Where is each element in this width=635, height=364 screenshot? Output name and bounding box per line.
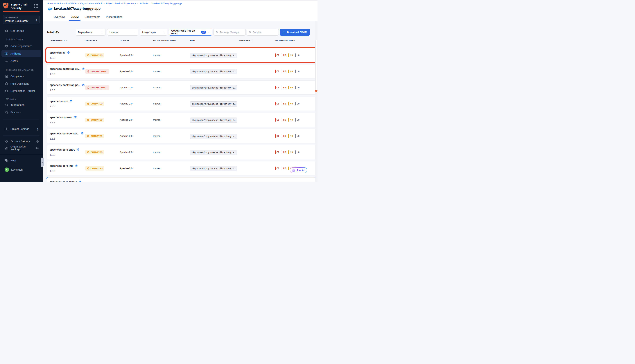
oss-risk-badge: OUTDATED <box>85 134 104 138</box>
tab-overview[interactable]: Overview <box>53 13 66 21</box>
repository-icon <box>5 44 8 48</box>
vuln-count: C0 <box>277 167 280 170</box>
supplier-search-input[interactable] <box>253 31 277 34</box>
vuln-count: L0 <box>297 134 300 137</box>
apps-grid-icon[interactable] <box>34 4 38 8</box>
purl-pill[interactable]: pkg:maven/org.apache.directory.s… <box>190 134 237 139</box>
breadcrumb-artifact-name[interactable]: lavakush07/easy-buggy-app <box>152 2 182 5</box>
no-maintenance-icon <box>87 86 90 89</box>
medium-count: M0 <box>288 86 293 89</box>
package-icon <box>5 16 7 19</box>
vuln-count: L0 <box>297 102 300 105</box>
breadcrumb-project[interactable]: Project: Product Exploratory <box>106 2 136 5</box>
purl-pill[interactable]: pkg:maven/org.apache.directory.s… <box>190 118 237 123</box>
sidebar-item-account-settings[interactable]: Account Settings <box>2 138 41 144</box>
vuln-count: C0 <box>277 151 280 154</box>
ask-ai-label: Ask AI <box>297 169 304 172</box>
dependency-cell: apacheds-core-consta... 1.5.5 <box>50 132 85 140</box>
vuln-count: C0 <box>277 134 280 137</box>
section-label-risk-and-compliance: RISK AND COMPLIANCE <box>6 69 34 71</box>
vuln-count: L0 <box>297 54 300 56</box>
sidebar-item-artifacts[interactable]: Artifacts <box>2 50 41 57</box>
download-icon <box>283 31 286 34</box>
dependency-version: 1.5.5 <box>50 89 85 92</box>
sidebar-item-code-repositories[interactable]: Code Repositories <box>2 43 41 49</box>
table-row[interactable]: apacheds-bootstrap-pa... 1.5.5 UNMAINTAI… <box>46 80 316 94</box>
package-manager-search-input[interactable] <box>220 31 244 34</box>
table-row[interactable]: apacheds-core-shared 1.5.5 OUTDATED Apac… <box>46 178 316 182</box>
sidebar-item-remediation-tracker[interactable]: Remediation Tracker <box>2 88 41 94</box>
table-row[interactable]: apacheds-bootstrap-ex... 1.5.5 UNMAINTAI… <box>46 64 316 78</box>
dependency-version: 1.5.5 <box>50 105 85 108</box>
purl-pill[interactable]: pkg:maven/org.apache.directory.s… <box>190 102 237 106</box>
package-manager-cell: maven <box>153 167 190 170</box>
sidebar-item-compliance[interactable]: Compliance <box>2 73 41 79</box>
owasp-risks-filter-select[interactable]: OWASP OSS Top 10 Risks 02 <box>169 29 212 36</box>
sidebar-item-organization-settings[interactable]: Organization Settings <box>2 145 41 151</box>
sidebar-item-get-started[interactable]: Get Started <box>2 28 41 34</box>
info-icon <box>36 140 39 143</box>
table-row[interactable]: apacheds-core-consta... 1.5.5 OUTDATED A… <box>46 129 316 143</box>
sidebar-collapse-handle[interactable] <box>41 158 44 167</box>
breadcrumb-account[interactable]: Account: Automation-SSCA <box>48 2 77 5</box>
license-cell: Apache-2.0 <box>120 167 153 170</box>
gear-icon <box>5 127 8 131</box>
info-icon <box>36 147 39 150</box>
low-count: L0 <box>295 86 300 89</box>
table-row[interactable]: apacheds-core-jndi 1.5.5 OUTDATED Apache… <box>46 161 316 176</box>
dependency-name: apacheds-bootstrap-pa... <box>50 84 80 86</box>
purl-cell: pkg:maven/org.apache.directory.s… <box>190 134 239 138</box>
license-cell: Apache-2.0 <box>120 86 153 89</box>
sidebar-item-project-settings[interactable]: Project Settings ❯ <box>2 126 41 132</box>
sidebar-item-cicd[interactable]: CI/CD <box>2 58 41 64</box>
breadcrumb-organization[interactable]: Organization: default <box>80 2 102 5</box>
oss-risk-cell: UNMAINTAINED <box>85 86 120 90</box>
vuln-count: H0 <box>283 86 286 89</box>
sidebar-item-help[interactable]: ? Help <box>2 158 41 164</box>
license-filter-select[interactable]: License <box>107 29 138 36</box>
critical-count: C0 <box>275 134 280 138</box>
purl-pill[interactable]: pkg:maven/org.apache.directory.s… <box>190 85 237 90</box>
tab-sbom[interactable]: SBOM <box>70 13 79 21</box>
image-layer-filter-select[interactable]: Image Layer <box>140 29 167 36</box>
oss-risk-badge: UNMAINTAINED <box>85 69 109 74</box>
column-header-dependency[interactable]: DEPENDENCY <box>50 39 85 42</box>
sidebar-item-pipelines[interactable]: Pipelines <box>2 109 41 115</box>
topbar: Account: Automation-SSCA › Organization:… <box>43 0 318 13</box>
table-row[interactable]: apacheds-core-avl 1.5.5 OUTDATED Apache-… <box>46 113 316 127</box>
pipeline-icon <box>5 110 8 114</box>
project-selector[interactable]: PROJECT Product Exploratory ❯ <box>3 15 40 24</box>
tab-vulnerabilities[interactable]: Vulnerabilities <box>105 13 123 21</box>
table-row[interactable]: apacheds-core-entry 1.5.5 OUTDATED Apach… <box>46 145 316 159</box>
tab-deployments[interactable]: Deployments <box>84 13 101 21</box>
ask-ai-button[interactable]: Ask AI <box>290 167 307 173</box>
vuln-count: H0 <box>283 134 286 137</box>
purl-pill[interactable]: pkg:maven/org.apache.directory.s… <box>190 69 237 74</box>
download-sbom-button[interactable]: Download SBOM <box>280 29 310 36</box>
table-row[interactable]: apacheds-all 1.5.5 OUTDATED Apache-2.0 m… <box>46 48 316 62</box>
license-cell: Apache-2.0 <box>120 70 153 73</box>
chevron-right-icon: ❯ <box>37 128 39 130</box>
breadcrumb-separator: › <box>150 2 150 5</box>
sidebar-item-rule-definitions[interactable]: Rule Definitions <box>2 80 41 87</box>
purl-pill[interactable]: pkg:maven/org.apache.directory.s… <box>190 150 237 155</box>
sidebar-item-integrations[interactable]: Integrations <box>2 102 41 108</box>
high-count: H0 <box>282 54 286 57</box>
oss-risk-badge: OUTDATED <box>85 166 104 170</box>
low-count: L0 <box>295 54 300 57</box>
purl-pill[interactable]: pkg:maven/org.apache.directory.s… <box>190 166 237 171</box>
purl-pill[interactable]: pkg:maven/org.apache.directory.s… <box>190 53 237 58</box>
column-header-supplier[interactable]: SUPPLIER <box>239 39 275 42</box>
scrollbar-thumb[interactable] <box>315 40 317 93</box>
vulnerabilities-cell: C0 H0 M0 L0 <box>275 70 313 73</box>
table-row[interactable]: apacheds-core 1.5.5 OUTDATED Apache-2.0 … <box>46 96 316 111</box>
layers-icon <box>82 67 85 70</box>
dependency-filter-select[interactable]: Dependency <box>76 29 106 36</box>
sidebar-item-user[interactable]: L Lavakush <box>2 166 41 173</box>
dependency-name: apacheds-core-entry <box>50 148 75 151</box>
vuln-count: M0 <box>290 102 293 105</box>
column-header-purl: PURL <box>190 39 239 42</box>
oss-risk-cell: OUTDATED <box>85 166 120 170</box>
breadcrumb-artifacts[interactable]: Artifacts <box>140 2 148 5</box>
oss-risk-badge: OUTDATED <box>85 150 104 154</box>
